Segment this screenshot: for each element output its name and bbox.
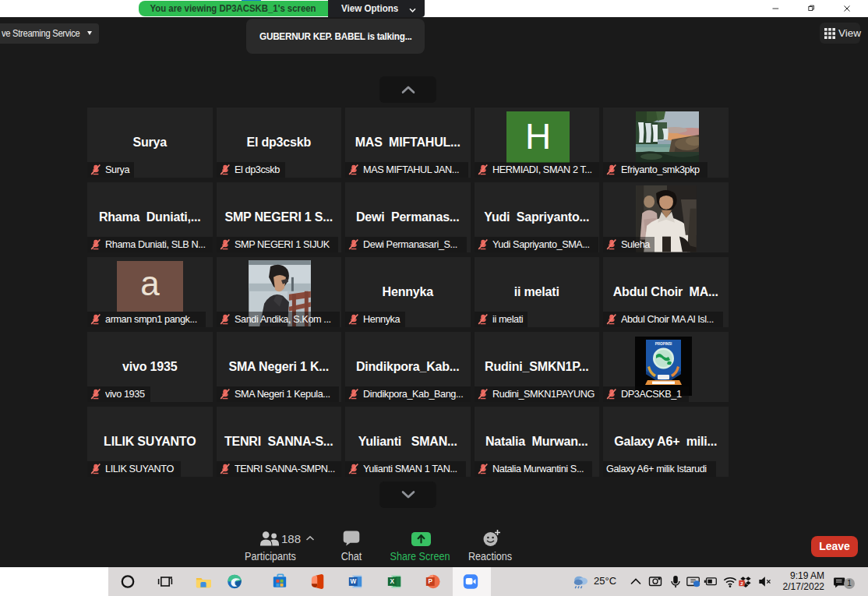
svg-text:W: W (350, 579, 356, 586)
svg-text:P: P (429, 579, 433, 586)
svg-text:PROPINSI: PROPINSI (655, 342, 672, 346)
svg-text:2: 2 (740, 580, 743, 586)
svg-text:X: X (390, 579, 395, 586)
